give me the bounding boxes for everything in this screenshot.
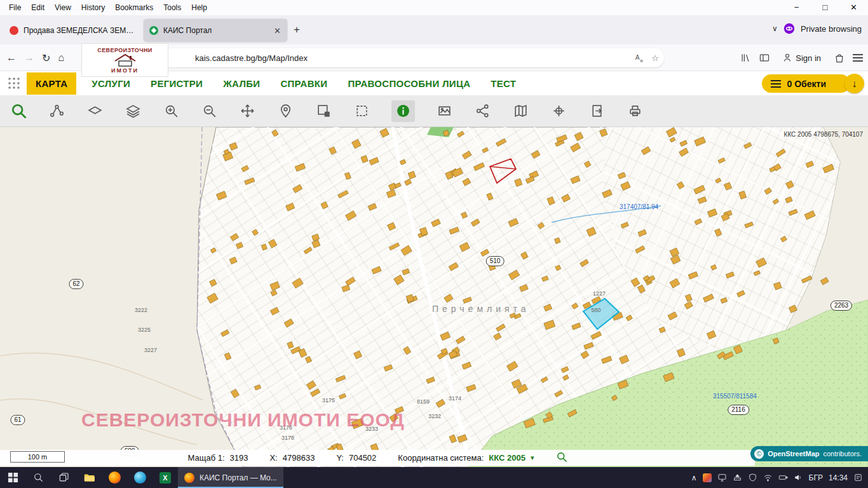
map-search-icon[interactable] <box>10 102 27 119</box>
taskbar-active-window[interactable]: КАИС Портал — Mo... <box>178 467 283 488</box>
folded-map-icon[interactable] <box>512 102 529 119</box>
menu-view[interactable]: View <box>50 3 76 12</box>
crs-value[interactable]: ККС 2005 <box>489 453 526 463</box>
nav-spravki[interactable]: СПРАВКИ <box>280 78 327 89</box>
menu-history[interactable]: History <box>76 3 110 12</box>
zoom-out-icon[interactable] <box>201 102 218 119</box>
excel-icon[interactable]: X <box>153 467 178 488</box>
house-icon <box>112 53 138 67</box>
language-indicator[interactable]: БГР <box>809 473 823 482</box>
maximize-button[interactable]: □ <box>811 0 839 15</box>
layers-icon[interactable] <box>125 102 142 119</box>
export-document-icon[interactable] <box>588 102 606 119</box>
gift-icon[interactable] <box>834 52 845 64</box>
map-toolbar <box>0 95 868 127</box>
location-pin-icon[interactable] <box>277 102 294 119</box>
clear-selection-icon[interactable] <box>353 102 370 119</box>
battery-icon[interactable] <box>778 473 788 482</box>
tab1-title: Продава ЗЕМЕДЕЛСКА ЗЕМЯ в <box>24 26 136 35</box>
tray-app-icon[interactable] <box>703 473 712 482</box>
menu-tools[interactable]: Tools <box>158 3 186 12</box>
tab-kais-portal[interactable]: КАИС Портал ✕ <box>144 19 287 42</box>
print-icon[interactable] <box>627 102 644 119</box>
minimize-button[interactable]: − <box>782 0 811 15</box>
wifi-icon[interactable] <box>763 473 773 482</box>
active-firefox-icon <box>184 473 194 483</box>
reload-button[interactable]: ↻ <box>42 52 50 64</box>
menu-edit[interactable]: Edit <box>26 3 50 12</box>
taskbar: X КАИС Портал — Mo... ∧ БГР 14:34 <box>0 467 868 488</box>
task-view-icon[interactable] <box>51 467 76 488</box>
volume-icon[interactable] <box>794 473 803 482</box>
taskbar-search-icon[interactable] <box>25 467 51 488</box>
firefox-icon[interactable] <box>102 467 127 488</box>
crosshair-coordinates-icon[interactable] <box>550 102 567 119</box>
share-graph-icon[interactable] <box>474 102 491 119</box>
select-area-icon[interactable] <box>315 102 332 119</box>
home-button[interactable]: ⌂ <box>58 52 64 64</box>
y-value: 704502 <box>349 453 376 463</box>
app-menu-icon[interactable] <box>853 54 863 62</box>
objects-counter-button[interactable]: 0 Обекти <box>762 74 850 93</box>
nav-karta[interactable]: КАРТА <box>27 72 76 95</box>
osm-attribution: © OpenStreetMap contributors. <box>750 446 868 461</box>
apps-grid-icon[interactable] <box>8 77 20 90</box>
export-image-icon[interactable] <box>436 102 453 119</box>
private-browsing-icon <box>783 23 795 34</box>
forward-button[interactable]: → <box>24 52 34 64</box>
map-canvas[interactable]: 6261600510226321163222322532273175815931… <box>0 127 868 467</box>
info-tool-icon[interactable] <box>391 100 415 122</box>
svg-text:A: A <box>635 54 640 61</box>
nav-zhalbi[interactable]: ЖАЛБИ <box>223 78 260 89</box>
tabbar-right: ∨ Private browsing <box>772 23 862 34</box>
menu-file[interactable]: File <box>4 3 26 12</box>
start-button[interactable] <box>0 467 25 488</box>
statusbar-search-icon[interactable] <box>556 451 567 464</box>
measure-icon[interactable] <box>48 102 65 119</box>
active-window-title: КАИС Портал — Mo... <box>200 473 277 482</box>
x-label: X: <box>269 453 277 463</box>
hidden-icons-chevron[interactable]: ∧ <box>691 473 697 482</box>
tab2-favicon <box>149 25 159 36</box>
file-explorer-icon[interactable] <box>76 467 102 488</box>
objects-download-button[interactable]: ↓ <box>844 74 864 93</box>
menu-bookmarks[interactable]: Bookmarks <box>110 3 158 12</box>
nav-test[interactable]: ТЕСТ <box>491 78 516 89</box>
display-icon[interactable] <box>717 473 727 482</box>
close-button[interactable]: ✕ <box>839 0 868 15</box>
new-tab-button[interactable]: + <box>294 24 300 36</box>
nav-pravosposobni-litsa[interactable]: ПРАВОСПОСОБНИ ЛИЦА <box>348 78 470 89</box>
excel-glyph: X <box>159 472 171 484</box>
pan-icon[interactable] <box>239 102 256 119</box>
menu-help[interactable]: Help <box>186 3 212 12</box>
osm-name[interactable]: OpenStreetMap <box>768 450 819 458</box>
url-bar[interactable]: kais.cadastre.bg/bg/Map/Index A я ☆ <box>104 48 664 67</box>
agency-logo-line1: СЕВЕРОИЗТОЧНИ <box>97 47 152 53</box>
objects-menu-icon <box>771 80 781 88</box>
tab-prodava-zemia[interactable]: Продава ЗЕМЕДЕЛСКА ЗЕМЯ в <box>4 19 141 42</box>
tab-close-icon[interactable]: ✕ <box>273 26 282 36</box>
crs-dropdown-caret[interactable]: ▾ <box>531 454 534 462</box>
agency-logo-line2: ИМОТИ <box>111 67 139 74</box>
notification-center-icon[interactable] <box>853 473 863 482</box>
menu-bar: File Edit View History Bookmarks Tools H… <box>0 0 868 15</box>
clock[interactable]: 14:34 <box>829 473 848 482</box>
shield-icon[interactable] <box>748 473 757 482</box>
bookmark-star-icon[interactable]: ☆ <box>651 53 659 63</box>
layer-flat-icon[interactable] <box>86 102 104 119</box>
svg-text:я: я <box>641 58 643 64</box>
translate-icon[interactable]: A я <box>634 53 645 64</box>
sign-in-button[interactable]: Sign in <box>778 50 826 65</box>
library-icon[interactable] <box>740 52 751 64</box>
url-text[interactable]: kais.cadastre.bg/bg/Map/Index <box>195 53 634 63</box>
list-all-tabs-chevron[interactable]: ∨ <box>772 24 778 33</box>
back-button[interactable]: ← <box>6 52 17 64</box>
sidebar-icon[interactable] <box>759 52 770 64</box>
nav-registri[interactable]: РЕГИСТРИ <box>151 78 203 89</box>
edge-browser-icon[interactable] <box>127 467 153 488</box>
nav-uslugi[interactable]: УСЛУГИ <box>92 78 130 89</box>
usb-eject-icon[interactable] <box>733 473 742 482</box>
osm-contributors[interactable]: contributors. <box>823 450 862 458</box>
window-controls: − □ ✕ <box>782 0 868 15</box>
zoom-in-icon[interactable] <box>163 102 180 119</box>
